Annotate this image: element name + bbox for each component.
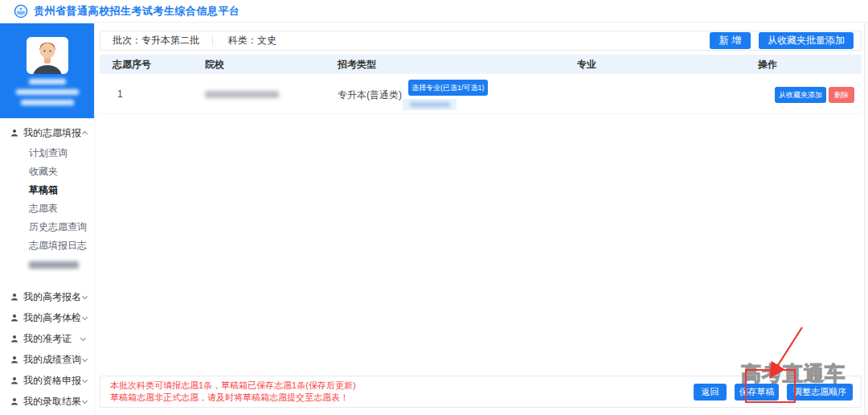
selected-major-redacted: [410, 102, 450, 107]
row-college-redacted: [205, 91, 279, 98]
column-header-operations: 操作: [758, 55, 777, 74]
sidebar-submenu: 计划查询 收藏夹 草稿箱 志愿表 历史志愿查询 志愿填报日志: [0, 143, 94, 276]
sidebar-group-label: 我的录取结果: [23, 395, 81, 409]
sidebar-group-physical-exam[interactable]: 我的高考体检: [0, 307, 94, 328]
person-icon: [10, 314, 18, 322]
batch-add-from-favorites-button[interactable]: 从收藏夹批量添加: [759, 32, 854, 49]
add-from-favorites-button[interactable]: 从收藏夹添加: [775, 87, 826, 103]
sidebar-group-label: 我的志愿填报: [23, 126, 81, 140]
app-header: 贵州省普通高校招生考试考生综合信息平台: [0, 0, 868, 23]
sidebar-group-admission-ticket[interactable]: 我的准考证: [0, 328, 94, 349]
selected-major-chip: [403, 99, 457, 110]
platform-logo-icon: [14, 4, 28, 18]
draft-notice: 本批次科类可填报志愿1条，草稿箱已保存志愿1条(保存后更新) 草稿箱志愿非正式志…: [110, 380, 356, 404]
profile-panel: [0, 23, 94, 118]
sidebar-menu: 我的志愿填报 计划查询 收藏夹 草稿箱 志愿表 历史志愿查询 志愿填报日志 我的…: [0, 118, 94, 412]
main-content: 批次：专升本第二批 科类：文史 新 增 从收藏夹批量添加 志愿序号 院校 招考类…: [96, 23, 868, 415]
page-scrollbar[interactable]: [864, 23, 868, 415]
page-title: 贵州省普通高校招生考试考生综合信息平台: [34, 4, 240, 18]
sidebar-item-plan-query[interactable]: 计划查询: [0, 144, 94, 162]
save-draft-button[interactable]: 保存草稿: [735, 384, 779, 401]
subject-label: 科类：文史: [228, 34, 276, 47]
chevron-down-icon: [81, 314, 88, 322]
table-row: 1 专升本(普通类) 选择专业(已选1/可选1) 从收藏夹添加 删除: [100, 74, 862, 114]
column-header-college: 院校: [205, 55, 224, 74]
sidebar-item-fill-log[interactable]: 志愿填报日志: [0, 236, 94, 255]
toolbar-divider: [212, 35, 213, 46]
sidebar-group-qualification-declaration[interactable]: 我的资格申报: [0, 370, 94, 391]
sidebar-item-favorites[interactable]: 收藏夹: [0, 162, 94, 181]
profile-info-redacted: [21, 100, 74, 105]
batch-label: 批次：专升本第二批: [113, 34, 199, 47]
row-seq: 1: [117, 88, 123, 100]
chevron-down-icon: [81, 398, 88, 405]
sidebar-item-draft-box[interactable]: 草稿箱: [0, 181, 94, 199]
chevron-up-icon: [81, 129, 88, 137]
sidebar-group-volunteer-filling[interactable]: 我的志愿填报: [0, 122, 94, 143]
sidebar-group-label: 我的高考体检: [23, 311, 81, 325]
chevron-down-icon: [80, 335, 87, 343]
delete-button[interactable]: 删除: [829, 87, 854, 103]
person-icon: [10, 129, 18, 137]
sidebar-item-history-query[interactable]: 历史志愿查询: [0, 218, 94, 236]
chevron-down-icon: [81, 377, 88, 384]
person-icon: [10, 397, 18, 405]
select-major-button[interactable]: 选择专业(已选1/可选1): [408, 80, 488, 96]
avatar: [27, 37, 68, 74]
row-type: 专升本(普通类): [338, 88, 402, 102]
sidebar-group-gaokao-registration[interactable]: 我的高考报名: [0, 286, 94, 307]
sidebar-group-admission-results[interactable]: 我的录取结果: [0, 391, 94, 412]
sidebar-item-volunteer-form[interactable]: 志愿表: [0, 199, 94, 218]
profile-name-redacted: [29, 79, 66, 84]
table-header: 志愿序号 院校 招考类型 专业 操作: [100, 55, 862, 74]
profile-id-redacted: [16, 89, 79, 95]
chevron-down-icon: [81, 294, 88, 301]
add-button[interactable]: 新 增: [710, 32, 751, 49]
sidebar-group-label: 我的成绩查询: [23, 353, 81, 367]
sidebar-group-label: 我的准考证: [23, 332, 80, 346]
sidebar-group-label: 我的高考报名: [23, 290, 81, 304]
person-icon: [10, 335, 18, 343]
chevron-down-icon: [81, 356, 88, 364]
draft-notice-line2: 草稿箱志愿非正式志愿，请及时将草稿箱志愿提交至志愿表！: [110, 392, 356, 404]
person-icon: [10, 376, 18, 384]
footer-bar: 本批次科类可填报志愿1条，草稿箱已保存志愿1条(保存后更新) 草稿箱志愿非正式志…: [100, 376, 862, 408]
sidebar: 我的志愿填报 计划查询 收藏夹 草稿箱 志愿表 历史志愿查询 志愿填报日志 我的…: [0, 23, 95, 415]
column-header-type: 招考类型: [338, 55, 376, 74]
back-button[interactable]: 返回: [694, 384, 727, 401]
column-header-major: 专业: [577, 55, 596, 74]
sidebar-group-label: 我的资格申报: [23, 374, 81, 388]
person-icon: [10, 355, 18, 364]
person-icon: [10, 293, 18, 301]
column-header-seq: 志愿序号: [113, 55, 151, 74]
sidebar-group-score-query[interactable]: 我的成绩查询: [0, 349, 94, 370]
sidebar-groups: 我的高考报名 我的高考体检 我的准考证 我的成绩查询 我的资格申报: [0, 286, 94, 412]
batch-toolbar: 批次：专升本第二批 科类：文史 新 增 从收藏夹批量添加: [100, 31, 862, 51]
draft-notice-line1: 本批次科类可填报志愿1条，草稿箱已保存志愿1条(保存后更新): [110, 380, 356, 392]
sidebar-item-redacted[interactable]: [29, 261, 79, 269]
adjust-order-button[interactable]: 调整志愿顺序: [787, 384, 853, 401]
